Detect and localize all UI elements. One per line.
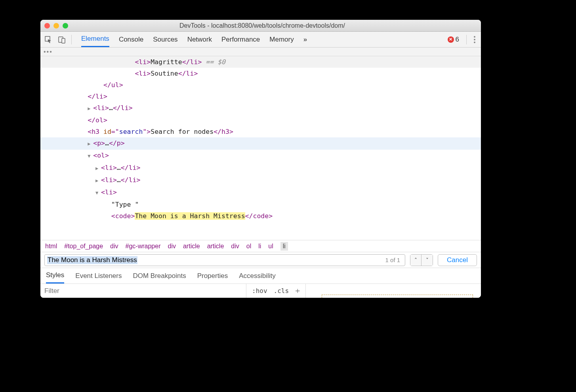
computed-pane [305, 284, 481, 298]
tab-memory[interactable]: Memory [269, 32, 294, 47]
new-style-rule-icon[interactable]: + [295, 286, 300, 296]
breadcrumb-item[interactable]: div [110, 243, 118, 250]
overflow-dots-icon[interactable]: ••• [44, 48, 53, 55]
expand-arrow-icon[interactable]: ▶ [88, 138, 92, 150]
styles-filter [40, 284, 246, 298]
dom-node[interactable]: ▶<li>…</li> [40, 102, 481, 114]
box-model-margin [322, 295, 473, 298]
search-input-container: The Moon is a Harsh Mistress 1 of 1 [44, 254, 405, 266]
dom-node[interactable]: </li> [40, 91, 481, 102]
tab-network[interactable]: Network [187, 32, 212, 47]
dom-node[interactable]: ▼<ol> [40, 150, 481, 162]
collapse-arrow-icon[interactable]: ▼ [95, 187, 100, 199]
svg-rect-2 [62, 38, 65, 43]
titlebar: DevTools - localhost:8080/web/tools/chro… [40, 20, 481, 32]
breadcrumb-item[interactable]: li [258, 243, 261, 250]
dom-node[interactable]: <h3 id="search">Search for nodes</h3> [40, 126, 481, 137]
dom-breadcrumbs: html #top_of_page div #gc-wrapper div ar… [40, 240, 481, 252]
dom-node-hovered[interactable]: ▶<p>…</p> [40, 137, 481, 150]
devtools-window: DevTools - localhost:8080/web/tools/chro… [40, 20, 481, 298]
dom-node-selected[interactable]: <li>Magritte</li> == $0 [40, 56, 481, 68]
dom-node[interactable]: <li>Soutine</li> [40, 68, 481, 79]
dom-node[interactable]: ▶<li>…</li> [40, 162, 481, 174]
window-title: DevTools - localhost:8080/web/tools/chro… [48, 22, 477, 29]
styles-toolbar: :hov .cls + [40, 284, 481, 298]
dom-text[interactable]: "Type " [40, 199, 481, 210]
search-input[interactable]: The Moon is a Harsh Mistress [47, 256, 137, 264]
inspect-icon[interactable] [43, 34, 54, 45]
dom-tree[interactable]: <li>Magritte</li> == $0 <li>Soutine</li>… [40, 56, 481, 240]
separator [71, 35, 72, 44]
dom-node[interactable]: ▶<li>…</li> [40, 174, 481, 186]
cancel-button[interactable]: Cancel [438, 254, 477, 266]
error-badge[interactable]: ✕ 6 [448, 36, 459, 44]
error-count: 6 [456, 36, 459, 44]
tab-console[interactable]: Console [119, 32, 143, 47]
tabs-overflow-icon[interactable]: » [303, 32, 307, 47]
collapse-arrow-icon[interactable]: ▼ [88, 150, 92, 162]
search-prev-icon[interactable]: ˄ [410, 255, 422, 266]
breadcrumb-item[interactable]: article [183, 243, 200, 250]
hov-toggle[interactable]: :hov [252, 287, 267, 295]
breadcrumb-item[interactable]: html [45, 243, 57, 250]
breadcrumb-item[interactable]: ol [246, 243, 251, 250]
subtab-event-listeners[interactable]: Event Listeners [75, 272, 122, 280]
main-toolbar: Elements Console Sources Network Perform… [40, 32, 481, 48]
error-icon: ✕ [448, 36, 454, 43]
breadcrumb-item[interactable]: div [168, 243, 176, 250]
dom-node[interactable]: </ol> [40, 114, 481, 126]
search-match: The Moon is a Harsh Mistress [135, 212, 245, 220]
search-stepper: ˄ ˅ [410, 254, 433, 266]
dom-node[interactable]: <code>The Moon is a Harsh Mistress</code… [40, 210, 481, 222]
tab-performance[interactable]: Performance [221, 32, 260, 47]
tab-elements[interactable]: Elements [81, 32, 109, 47]
search-bar: The Moon is a Harsh Mistress 1 of 1 ˄ ˅ … [40, 252, 481, 268]
search-input-tail[interactable] [137, 256, 385, 264]
subtab-accessibility[interactable]: Accessibility [239, 272, 276, 280]
breadcrumb-item[interactable]: ul [268, 243, 273, 250]
sidebar-tabs: Styles Event Listeners DOM Breakpoints P… [40, 268, 481, 284]
subtab-dom-breakpoints[interactable]: DOM Breakpoints [133, 272, 186, 280]
filter-input[interactable] [40, 287, 246, 295]
search-count: 1 of 1 [385, 257, 401, 263]
expand-arrow-icon[interactable]: ▶ [95, 163, 100, 174]
separator [466, 35, 467, 44]
dom-node[interactable]: </ul> [40, 79, 481, 91]
search-next-icon[interactable]: ˅ [422, 255, 433, 266]
overflow-crumb-row: ••• [40, 48, 481, 56]
device-toggle-icon[interactable] [56, 34, 67, 45]
expand-arrow-icon[interactable]: ▶ [88, 103, 92, 114]
expand-arrow-icon[interactable]: ▶ [95, 175, 100, 186]
subtab-styles[interactable]: Styles [46, 268, 64, 284]
breadcrumb-item-current[interactable]: li [280, 242, 288, 251]
subtab-properties[interactable]: Properties [197, 272, 228, 280]
panel-tabs: Elements Console Sources Network Perform… [76, 32, 442, 47]
settings-menu-icon[interactable] [471, 36, 479, 43]
breadcrumb-item[interactable]: #gc-wrapper [126, 243, 161, 250]
breadcrumb-item[interactable]: div [231, 243, 239, 250]
breadcrumb-item[interactable]: article [207, 243, 224, 250]
breadcrumb-item[interactable]: #top_of_page [64, 243, 103, 250]
tab-sources[interactable]: Sources [153, 32, 177, 47]
dom-node[interactable]: ▼<li> [40, 186, 481, 199]
cls-toggle[interactable]: .cls [274, 287, 289, 295]
styles-buttons: :hov .cls + [246, 286, 305, 296]
